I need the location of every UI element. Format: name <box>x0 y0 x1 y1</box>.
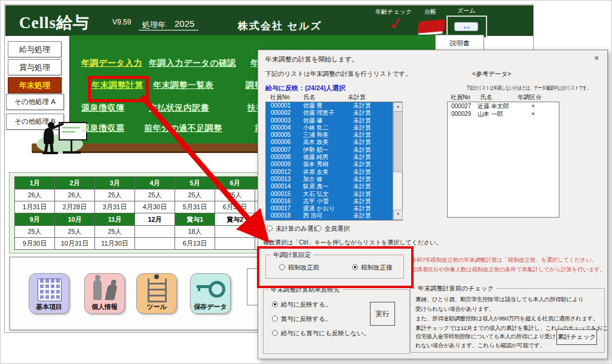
month-header-cell[interactable]: 1月 <box>15 177 55 189</box>
employee-listbox[interactable]: 000001佐藤 豊未計算000002佐藤 理恵子未計算000003佐藤 肇未計… <box>265 102 403 221</box>
excluded-row[interactable]: 000029山本 一郎× <box>448 110 559 118</box>
tile-1[interactable]: 基本項目 <box>29 273 69 314</box>
employee-no: 000012 <box>271 169 290 176</box>
sidebar-item-2[interactable]: 賞与処理 <box>8 59 62 75</box>
excluded-name: 山本 一郎 <box>478 110 503 118</box>
employee-row[interactable]: 000018西 浩司未計算 <box>266 212 402 219</box>
month-data-cell: 25人 <box>95 226 135 238</box>
employee-row[interactable]: 000001佐藤 豊未計算 <box>266 102 402 109</box>
employee-status: 未計算 <box>353 212 371 219</box>
close-icon[interactable]: × <box>590 53 602 63</box>
employee-row[interactable]: 000017渡邊 かおり未計算 <box>266 205 402 212</box>
employee-row[interactable]: 000014荻原 真一未計算 <box>266 183 402 190</box>
tile-2[interactable]: 個人情報 <box>84 273 125 314</box>
select-option-1[interactable]: 未計算のみ選択 <box>267 225 320 233</box>
year-end-calc-dialog: 年末調整の計算を開始します。 × 下記のリストは年末調整の計算を行うリストです。… <box>258 50 608 359</box>
month-data-cell: 6月30日 <box>215 201 255 213</box>
sidebar-item-4[interactable]: その他処理 A <box>6 94 64 110</box>
employee-row[interactable]: 000004小林 良二未計算 <box>266 124 402 131</box>
employee-name: 小林 良二 <box>303 124 329 131</box>
employee-no: 000009 <box>271 161 290 168</box>
menu-link-2-1[interactable]: 支払状況内訳書 <box>149 103 210 114</box>
scroll-thumb[interactable] <box>393 111 403 172</box>
employee-no: 000006 <box>271 139 290 146</box>
tile-4[interactable]: 保存データ <box>190 273 231 314</box>
employee-row[interactable]: 000007伊勢 順一未計算 <box>266 146 402 154</box>
menu-link-0-0[interactable]: 年調データ入力 <box>81 58 142 69</box>
employee-row[interactable]: 000013加古 修未計算 <box>266 176 402 183</box>
excluded-listbox[interactable]: 000027近藤 幸太郎×000029山本 一郎× <box>447 102 559 218</box>
menu-link-1-1[interactable]: 年末調整一覧表 <box>153 80 214 91</box>
reflect-option-2[interactable]: 賞与に反映する。 <box>272 315 332 323</box>
month-header-cell[interactable]: 11月 <box>95 213 135 226</box>
month-header-cell[interactable]: 10月 <box>55 213 95 226</box>
month-header-cell[interactable]: 6月 <box>215 177 255 189</box>
reflect-option-1[interactable]: 給与に反映する。 <box>272 301 332 309</box>
menu-link-2-0[interactable]: 源泉徴収簿 <box>81 103 125 114</box>
employee-row[interactable]: 000012井原 友美未計算 <box>266 169 402 176</box>
month-header-cell[interactable]: 2月 <box>55 177 95 189</box>
employee-row[interactable]: 000005三浦 和美未計算 <box>266 131 402 139</box>
employee-row[interactable]: 000008後藤 純男未計算 <box>266 154 402 161</box>
month-header-cell[interactable]: 12月 <box>135 213 175 226</box>
execute-button[interactable]: 実行 <box>370 302 395 326</box>
sidebar-item-3[interactable]: 年末処理 <box>8 77 62 93</box>
calc-option-1[interactable]: 税制改正前 <box>279 264 320 272</box>
left-list-header-no: 社員No <box>270 93 290 102</box>
month-header-cell[interactable]: 賞与1 <box>175 213 215 226</box>
tile-label: 保存データ <box>191 302 230 311</box>
employee-row[interactable]: 000009坂本 秀樹未計算 <box>266 161 402 168</box>
ref-data-caption: <参考データ> <box>472 70 511 78</box>
reflect-frame-label: 年末調整計算結果反映先 <box>268 286 342 294</box>
sidebar-item-1[interactable]: 給与処理 <box>8 41 62 57</box>
select-option-label: 未計算のみ選択 <box>276 225 320 232</box>
employee-row[interactable]: 000003佐藤 肇未計算 <box>266 117 402 124</box>
age-check-icon[interactable]: ✓ <box>381 13 411 37</box>
excluded-row[interactable]: 000027近藤 幸太郎× <box>448 102 559 110</box>
month-header-cell[interactable]: 賞与2 <box>215 213 255 226</box>
month-header-cell[interactable]: 5月 <box>175 177 215 189</box>
tile-label: 基本項目 <box>29 302 69 311</box>
excluded-mark: × <box>531 110 535 118</box>
radio-icon <box>272 316 278 322</box>
menu-link-3-0[interactable]: 源泉徴収票 <box>81 123 125 134</box>
zoom-label: ズーム <box>457 7 475 15</box>
menu-link-1-0[interactable]: 年末調整計算 <box>91 80 143 91</box>
manual-tab[interactable]: 説明書 <box>435 35 484 51</box>
calc-option-2[interactable]: 税制改正後 <box>352 264 393 272</box>
tile-3-icon <box>148 279 167 302</box>
tile-label: 個人情報 <box>85 302 124 311</box>
ledger-book-icon[interactable] <box>417 19 446 33</box>
employee-no: 000007 <box>271 146 290 154</box>
employee-row[interactable]: 000006高木 政美未計算 <box>266 139 402 146</box>
process-year-value[interactable]: 2025 <box>175 19 194 29</box>
precheck-line: 受けられない場合があります。 <box>415 305 494 313</box>
month-data-cell: 25人 <box>175 189 215 201</box>
radio-icon <box>267 225 273 231</box>
app-title: Cells給与 <box>19 12 90 33</box>
employee-name: 荻原 真一 <box>303 183 329 190</box>
employee-row[interactable]: 000015大石 弘文未計算 <box>266 191 402 198</box>
menu-link-3-1[interactable]: 前年分の過不足調整 <box>144 123 222 134</box>
select-option-2[interactable]: 全員選択 <box>316 225 350 233</box>
employee-no: 000014 <box>271 183 290 190</box>
month-header-cell[interactable]: 3月 <box>95 177 135 189</box>
month-data-cell <box>135 238 175 250</box>
employee-row[interactable]: 000002佐藤 理恵子未計算 <box>266 109 402 117</box>
radio-icon <box>316 225 322 231</box>
month-header-cell[interactable]: 4月 <box>135 177 175 189</box>
tile-4-icon <box>197 285 211 288</box>
cumulative-check-button[interactable]: 累計チェック <box>556 329 597 345</box>
month-header-cell[interactable]: 9月 <box>15 213 55 226</box>
employee-row[interactable]: 000016志平 小雪未計算 <box>266 198 402 205</box>
tile-label: ツール <box>137 302 176 311</box>
reflect-option-label: 賞与に反映する。 <box>281 315 332 322</box>
reflect-option-3[interactable]: 給与にも賞与にも反映しない。 <box>272 329 370 338</box>
radio-icon <box>272 301 278 307</box>
month-data-cell: 6月13日 <box>175 238 215 250</box>
menu-link-0-1[interactable]: 年調入力データの確認 <box>149 58 236 69</box>
tile-3[interactable]: ツール <box>136 273 177 314</box>
scroll-down-icon[interactable]: ▼ <box>393 210 403 220</box>
scrollbar[interactable]: ▲ ▼ <box>393 102 402 220</box>
employee-name: 加古 修 <box>303 176 323 183</box>
